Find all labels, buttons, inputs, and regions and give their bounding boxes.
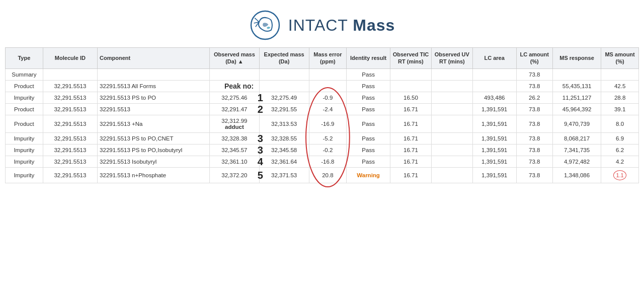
cell-ms-amount: 28.8: [601, 92, 639, 103]
cell-identity: Warning: [347, 167, 390, 183]
cell-ms-response: 7,341,735: [552, 144, 601, 156]
cell-exp-mass: 32,371.53: [259, 167, 309, 183]
cell-ms-amount: 4.2: [601, 156, 639, 167]
cell-identity: Pass: [347, 92, 390, 103]
cell-mass-error: -2.4: [309, 103, 347, 115]
cell-molecule-id: 32,291.5513: [43, 92, 97, 103]
cell-component: 32291.5513 n+Phosphate: [98, 167, 210, 183]
cell-uv-rt: [431, 144, 472, 156]
col-component: Component: [98, 48, 210, 69]
cell-exp-mass: [259, 80, 309, 92]
cell-exp-mass: 32,291.55: [259, 103, 309, 115]
cell-uv-rt: [431, 156, 472, 167]
cell-ms-amount: 1.1: [601, 167, 639, 183]
cell-tic-rt: 16.71: [390, 144, 431, 156]
cell-type: Product: [6, 115, 43, 132]
col-type: Type: [6, 48, 43, 69]
cell-ms-response: [552, 68, 601, 80]
cell-molecule-id: 32,291.5513: [43, 103, 97, 115]
cell-lc-area: 1,391,591: [472, 156, 516, 167]
col-obs-mass[interactable]: Observed mass (Da) ▲: [209, 48, 259, 69]
table-body: SummaryPass73.8Product32,291.551332291.5…: [6, 68, 639, 183]
table-header-row: Type Molecule ID Component Observed mass…: [6, 48, 639, 69]
cell-exp-mass: 32,345.58: [259, 144, 309, 156]
table-row: Impurity32,291.551332291.5513 PS to PO32…: [6, 92, 639, 103]
cell-component: 32291.5513 PS to PO,Isobutyryl: [98, 144, 210, 156]
cell-mass-error: [309, 68, 347, 80]
cell-obs-mass: 32,275.46: [209, 92, 259, 103]
cell-obs-mass: 32,372.20: [209, 167, 259, 183]
cell-lc-area: 1,391,591: [472, 144, 516, 156]
logo-regular: INTACT: [288, 16, 353, 34]
table-row: Product32,291.551332291.5513 All FormsPa…: [6, 80, 639, 92]
cell-type: Product: [6, 80, 43, 92]
results-table: Type Molecule ID Component Observed mass…: [5, 47, 639, 183]
cell-ms-response: 45,964,392: [552, 103, 601, 115]
table-row: Product32,291.551332291.5513 +Na32,312.9…: [6, 115, 639, 132]
cell-ms-response: 4,972,482: [552, 156, 601, 167]
cell-type: Summary: [6, 68, 43, 80]
cell-identity: Pass: [347, 156, 390, 167]
cell-tic-rt: [390, 80, 431, 92]
logo-bold: Mass: [353, 16, 395, 34]
cell-obs-mass: 32,328.38: [209, 132, 259, 144]
cell-ms-amount: 39.1: [601, 103, 639, 115]
cell-ms-response: 55,435,131: [552, 80, 601, 92]
cell-ms-amount: 6.9: [601, 132, 639, 144]
cell-exp-mass: 32,328.55: [259, 132, 309, 144]
cell-lc-amount: 73.8: [516, 156, 552, 167]
col-lc-area: LC area: [472, 48, 516, 69]
col-ms-amount: MS amount (%): [601, 48, 639, 69]
cell-obs-mass: [209, 80, 259, 92]
cell-lc-amount: 26.2: [516, 92, 552, 103]
cell-identity: Pass: [347, 68, 390, 80]
col-mass-error: Mass error (ppm): [309, 48, 347, 69]
table-row: Impurity32,291.551332291.5513 PS to PO,I…: [6, 144, 639, 156]
col-exp-mass: Expected mass (Da): [259, 48, 309, 69]
cell-exp-mass: 32,361.64: [259, 156, 309, 167]
col-ms-response: MS response: [552, 48, 601, 69]
cell-lc-amount: 73.8: [516, 68, 552, 80]
cell-molecule-id: 32,291.5513: [43, 115, 97, 132]
cell-tic-rt: 16.50: [390, 92, 431, 103]
cell-ms-response: 11,251,127: [552, 92, 601, 103]
cell-mass-error: [309, 80, 347, 92]
col-tic-rt: Observed TIC RT (mins): [390, 48, 431, 69]
ms-amount-circle: 1.1: [613, 170, 626, 180]
cell-obs-mass: 32,312.99 adduct: [209, 115, 259, 132]
cell-lc-area: 1,391,591: [472, 103, 516, 115]
table-row: Impurity32,291.551332291.5513 Isobutyryl…: [6, 156, 639, 167]
cell-lc-amount: 73.8: [516, 103, 552, 115]
cell-lc-area: [472, 68, 516, 80]
cell-exp-mass: 32,275.49: [259, 92, 309, 103]
cell-molecule-id: 32,291.5513: [43, 80, 97, 92]
cell-ms-response: 8,068,217: [552, 132, 601, 144]
cell-type: Product: [6, 103, 43, 115]
cell-uv-rt: [431, 68, 472, 80]
cell-tic-rt: 16.71: [390, 103, 431, 115]
table-row: Impurity32,291.551332291.5513 PS to PO,C…: [6, 132, 639, 144]
cell-lc-area: 493,486: [472, 92, 516, 103]
cell-type: Impurity: [6, 156, 43, 167]
cell-component: 32291.5513: [98, 103, 210, 115]
cell-type: Impurity: [6, 132, 43, 144]
cell-uv-rt: [431, 103, 472, 115]
cell-tic-rt: [390, 68, 431, 80]
cell-uv-rt: [431, 80, 472, 92]
cell-mass-error: -0.2: [309, 144, 347, 156]
col-molecule-id: Molecule ID: [43, 48, 97, 69]
cell-molecule-id: 32,291.5513: [43, 144, 97, 156]
cell-identity: Pass: [347, 132, 390, 144]
cell-mass-error: 20.8: [309, 167, 347, 183]
warning-badge: Warning: [357, 172, 380, 178]
cell-identity: Pass: [347, 144, 390, 156]
cell-lc-amount: 73.8: [516, 132, 552, 144]
cell-mass-error: -5.2: [309, 132, 347, 144]
cell-mass-error: -16.9: [309, 115, 347, 132]
cell-tic-rt: 16.71: [390, 132, 431, 144]
cell-lc-area: 1,391,591: [472, 115, 516, 132]
col-lc-amount: LC amount (%): [516, 48, 552, 69]
cell-ms-response: 9,470,739: [552, 115, 601, 132]
cell-molecule-id: [43, 68, 97, 80]
logo-icon: [249, 9, 281, 41]
